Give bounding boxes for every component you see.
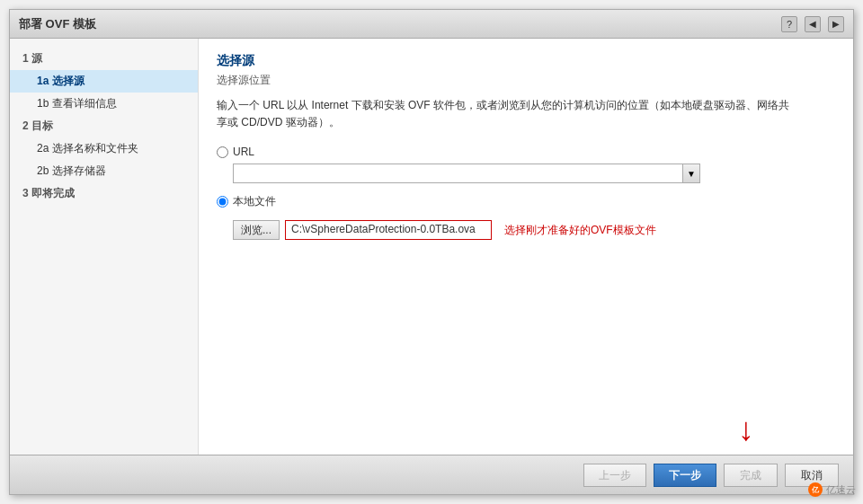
back-button[interactable]: 上一步 [583,464,646,487]
url-dropdown-wrapper: ▼ [233,164,700,183]
arrow-container: ↓ [199,261,853,455]
watermark-logo: 亿 [808,482,823,497]
url-radio[interactable] [217,146,228,158]
title-controls: ? ◀ ▶ [781,16,844,32]
local-file-radio-label[interactable]: 本地文件 [217,194,276,209]
dialog-body: 1 源 1a 选择源 1b 查看详细信息 2 目标 2a 选择名称和文件夹 2b… [10,39,853,455]
url-radio-label[interactable]: URL [217,146,254,158]
file-annotation: 选择刚才准备好的OVF模板文件 [504,223,656,238]
browse-button[interactable]: 浏览... [233,220,280,240]
sidebar: 1 源 1a 选择源 1b 查看详细信息 2 目标 2a 选择名称和文件夹 2b… [10,39,199,455]
deploy-ovf-dialog: 部署 OVF 模板 ? ◀ ▶ 1 源 1a 选择源 1b 查看详细信息 2 目… [9,9,854,495]
title-bar: 部署 OVF 模板 ? ◀ ▶ [10,10,853,39]
url-row: URL [217,146,835,158]
section-subtitle: 选择源位置 [217,73,835,88]
sidebar-item-1b[interactable]: 1b 查看详细信息 [10,93,198,115]
browse-row: 浏览... C:\vSphereDataProtection-0.0TBa.ov… [233,220,835,240]
nav-fwd-button[interactable]: ▶ [828,16,844,32]
down-arrow-icon: ↓ [738,413,754,446]
finish-button[interactable]: 完成 [724,464,778,487]
nav-back-button[interactable]: ◀ [805,16,821,32]
url-input[interactable] [233,164,682,183]
main-content: 选择源 选择源位置 输入一个 URL 以从 Internet 下载和安装 OVF… [199,39,853,261]
sidebar-item-2a[interactable]: 2a 选择名称和文件夹 [10,137,198,160]
local-file-row: 本地文件 [217,194,835,209]
local-file-radio[interactable] [217,196,228,208]
sidebar-item-1a[interactable]: 1a 选择源 [10,70,198,93]
watermark: 亿 亿速云 [808,482,856,497]
dialog-title: 部署 OVF 模板 [19,16,96,32]
url-input-row: ▼ [233,164,835,183]
help-button[interactable]: ? [781,16,797,32]
sidebar-step3: 3 即将完成 [10,182,198,205]
sidebar-step2: 2 目标 [10,115,198,137]
next-button[interactable]: 下一步 [654,464,716,487]
sidebar-item-2b[interactable]: 2b 选择存储器 [10,160,198,182]
file-path-display: C:\vSphereDataProtection-0.0TBa.ova [285,220,492,240]
sidebar-step1: 1 源 [10,48,198,70]
section-title: 选择源 [217,53,835,69]
url-dropdown-arrow[interactable]: ▼ [682,164,700,183]
watermark-text: 亿速云 [826,483,856,497]
description-text: 输入一个 URL 以从 Internet 下载和安装 OVF 软件包，或者浏览到… [217,97,792,131]
main-content-area: 选择源 选择源位置 输入一个 URL 以从 Internet 下载和安装 OVF… [199,39,853,455]
dialog-footer: 上一步 下一步 完成 取消 [10,455,853,494]
